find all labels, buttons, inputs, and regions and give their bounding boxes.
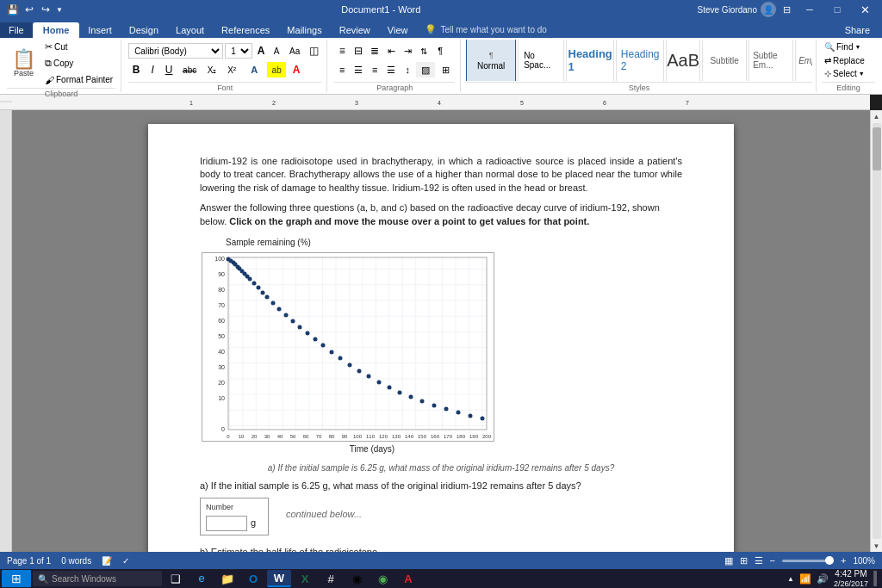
show-formatting-btn[interactable]: ¶ bbox=[432, 43, 448, 59]
maximize-btn[interactable]: □ bbox=[825, 4, 849, 15]
text-effects-btn[interactable]: A bbox=[242, 62, 266, 77]
tab-references[interactable]: References bbox=[213, 22, 278, 38]
share-btn[interactable]: Share bbox=[836, 22, 879, 38]
show-desktop-btn[interactable] bbox=[873, 571, 877, 586]
tab-insert[interactable]: Insert bbox=[79, 22, 121, 38]
font-color-btn[interactable]: A bbox=[287, 62, 306, 77]
close-btn[interactable]: ✕ bbox=[853, 3, 877, 16]
style-emphasis[interactable]: Emphasis bbox=[795, 40, 812, 81]
tab-layout[interactable]: Layout bbox=[167, 22, 213, 38]
tray-expand-btn[interactable]: ▲ bbox=[787, 575, 794, 583]
taskbar-chrome[interactable]: ◉ bbox=[345, 570, 369, 587]
style-title[interactable]: AaB bbox=[666, 40, 700, 81]
scroll-track-v[interactable] bbox=[873, 123, 881, 539]
zoom-slider[interactable] bbox=[782, 560, 834, 562]
border-btn[interactable]: ⊞ bbox=[436, 62, 455, 77]
justify-btn[interactable]: ☰ bbox=[383, 62, 399, 77]
align-right-btn[interactable]: ≡ bbox=[367, 62, 382, 77]
line-spacing-btn[interactable]: ↕ bbox=[400, 62, 415, 77]
zoom-in-btn[interactable]: + bbox=[841, 555, 846, 566]
font-size-select[interactable]: 11 bbox=[225, 43, 252, 59]
account-icon[interactable]: 👤 bbox=[761, 2, 776, 17]
multilevel-btn[interactable]: ≣ bbox=[367, 43, 382, 59]
style-normal[interactable]: ¶ Normal bbox=[466, 40, 516, 81]
ribbon-display-btn[interactable]: ⊟ bbox=[780, 4, 794, 15]
zoom-out-btn[interactable]: − bbox=[770, 555, 775, 566]
minimize-btn[interactable]: ─ bbox=[798, 4, 822, 15]
style-subtitle[interactable]: Subtitle bbox=[702, 40, 747, 81]
increase-indent-btn[interactable]: ⇥ bbox=[400, 43, 415, 59]
sort-btn[interactable]: ⇅ bbox=[416, 43, 432, 59]
taskbar-edge[interactable]: e bbox=[189, 570, 214, 587]
scroll-down-btn[interactable]: ▼ bbox=[871, 540, 883, 552]
bold-btn[interactable]: B bbox=[128, 62, 144, 77]
numbering-btn[interactable]: ⊟ bbox=[351, 43, 366, 59]
font-name-select[interactable]: Calibri (Body) bbox=[128, 43, 223, 59]
tab-file[interactable]: File bbox=[0, 22, 33, 38]
clear-formatting-btn[interactable]: ◫ bbox=[306, 43, 321, 59]
tab-home[interactable]: Home bbox=[33, 22, 80, 38]
align-left-btn[interactable]: ≡ bbox=[334, 62, 350, 77]
replace-label: Replace bbox=[833, 56, 865, 65]
proofing-icon[interactable]: ✓ bbox=[122, 556, 129, 566]
superscript-btn[interactable]: X² bbox=[222, 62, 241, 77]
font-shrink-btn[interactable]: A bbox=[270, 43, 283, 59]
taskbar-chrome2[interactable]: ◉ bbox=[370, 570, 394, 587]
taskbar-search[interactable]: 🔍 Search Windows bbox=[33, 571, 162, 586]
taskbar-acrobat[interactable]: A bbox=[396, 570, 420, 587]
taskbar-time[interactable]: 4:42 PM 2/26/2017 bbox=[834, 569, 868, 588]
view-read-btn[interactable]: ☰ bbox=[755, 555, 763, 566]
replace-btn[interactable]: ⇄ Replace bbox=[822, 55, 875, 66]
taskbar-explorer[interactable]: 📁 bbox=[215, 570, 239, 587]
save-qat-btn[interactable]: 💾 bbox=[5, 2, 21, 17]
change-case-btn[interactable]: Aa bbox=[285, 43, 304, 59]
redo-qat-btn[interactable]: ↪ bbox=[38, 2, 53, 17]
subscript-btn[interactable]: X₂ bbox=[202, 62, 221, 77]
chart-section[interactable]: Sample remaining (%) bbox=[200, 237, 682, 455]
find-btn[interactable]: 🔍 Find ▼ bbox=[822, 41, 875, 53]
answer-input-a[interactable] bbox=[206, 516, 247, 531]
taskbar-calc[interactable]: # bbox=[319, 570, 343, 587]
network-icon[interactable]: 📶 bbox=[799, 573, 811, 585]
taskbar-word[interactable]: W bbox=[267, 570, 291, 587]
paste-btn[interactable]: 📋 Paste bbox=[7, 40, 40, 87]
align-center-btn[interactable]: ☰ bbox=[351, 62, 366, 77]
volume-icon[interactable]: 🔊 bbox=[817, 573, 829, 585]
svg-text:100: 100 bbox=[353, 434, 363, 439]
decrease-indent-btn[interactable]: ⇤ bbox=[383, 43, 399, 59]
view-web-btn[interactable]: ⊞ bbox=[740, 555, 748, 566]
task-view-btn[interactable]: ❑ bbox=[164, 570, 188, 587]
cut-btn[interactable]: ✂ Cut bbox=[42, 40, 115, 54]
view-print-btn[interactable]: ▦ bbox=[724, 555, 733, 566]
copy-btn[interactable]: ⧉ Copy bbox=[42, 56, 115, 71]
strikethrough-btn[interactable]: abc bbox=[177, 62, 202, 77]
bullets-btn[interactable]: ≡ bbox=[334, 43, 350, 59]
style-no-space[interactable]: No Spac... bbox=[518, 40, 564, 81]
qat-dropdown-btn[interactable]: ▼ bbox=[54, 2, 65, 17]
start-btn[interactable]: ⊞ bbox=[2, 570, 31, 587]
taskbar-outlook[interactable]: O bbox=[241, 570, 265, 587]
tab-mailings[interactable]: Mailings bbox=[278, 22, 330, 38]
format-painter-btn[interactable]: 🖌 Format Painter bbox=[42, 72, 115, 87]
scroll-thumb-v[interactable] bbox=[873, 127, 881, 170]
vertical-scrollbar[interactable]: ▲ ▼ bbox=[870, 110, 882, 552]
document-scroll-area[interactable]: Iridium-192 is one radioisotope used in … bbox=[12, 110, 870, 552]
language-btn[interactable]: 📝 bbox=[102, 556, 112, 566]
tab-design[interactable]: Design bbox=[121, 22, 167, 38]
select-btn[interactable]: ⊹ Select ▼ bbox=[822, 68, 875, 79]
undo-qat-btn[interactable]: ↩ bbox=[22, 2, 37, 17]
style-subtle-em[interactable]: Subtle Em... bbox=[748, 40, 793, 81]
tab-review[interactable]: Review bbox=[331, 22, 379, 38]
underline-btn[interactable]: U bbox=[161, 62, 177, 77]
style-heading2[interactable]: Heading 2 bbox=[616, 40, 664, 81]
tell-me-bar[interactable]: 💡 Tell me what you want to do bbox=[425, 24, 546, 38]
text-highlight-btn[interactable]: ab bbox=[267, 62, 286, 77]
scroll-up-btn[interactable]: ▲ bbox=[871, 110, 883, 122]
chart-svg[interactable]: 100 90 80 70 60 50 40 30 20 10 0 0 10 20… bbox=[202, 252, 494, 442]
taskbar-excel[interactable]: X bbox=[293, 570, 317, 587]
style-heading1[interactable]: Heading 1 bbox=[566, 40, 614, 81]
italic-btn[interactable]: I bbox=[145, 62, 160, 77]
tab-view[interactable]: View bbox=[379, 22, 417, 38]
shading-btn[interactable]: ▨ bbox=[416, 62, 435, 77]
font-grow-btn[interactable]: A bbox=[254, 43, 268, 59]
